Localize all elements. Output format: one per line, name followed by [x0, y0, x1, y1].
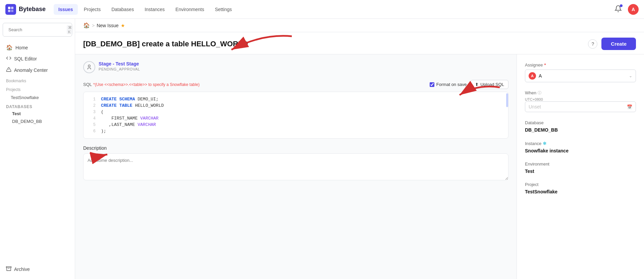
search-box[interactable]: ⌘ K	[3, 23, 72, 37]
nav-item-databases[interactable]: Databases	[107, 4, 139, 15]
nav-item-settings[interactable]: Settings	[210, 4, 237, 15]
project-label: Project	[525, 182, 636, 187]
upload-icon: ⬆	[475, 82, 479, 87]
archive-icon	[6, 266, 11, 273]
instance-field: Instance ❄ Snowflake instance	[525, 141, 636, 153]
format-on-save-text: Format on save	[436, 82, 467, 87]
home-icon: 🏠	[6, 44, 13, 51]
stage-name[interactable]: Stage - Test Stage	[99, 61, 140, 66]
sql-section: SQL *(Use <<schema>>.<<table>> to specif…	[83, 80, 508, 139]
when-label: When ⓘ	[525, 90, 636, 95]
nav-items: Issues Projects Databases Instances Envi…	[54, 4, 612, 15]
database-value: DB_DEMO_BB	[525, 127, 636, 133]
stage-status: PENDING_APPROVAL	[99, 67, 140, 71]
project-value: TestSnowflake	[525, 189, 636, 194]
sql-header: SQL *(Use <<schema>>.<<table>> to specif…	[83, 80, 508, 89]
calendar-icon: 📅	[627, 104, 632, 109]
code-line-4: 4 FIRST_NAME VARCHAR	[84, 115, 508, 122]
snowflake-icon: ❄	[543, 141, 547, 146]
search-shortcut: ⌘ K	[67, 25, 73, 34]
description-input[interactable]	[83, 153, 508, 180]
nav-item-issues[interactable]: Issues	[54, 4, 78, 15]
format-on-save-label[interactable]: Format on save	[430, 82, 467, 87]
svg-rect-8	[6, 267, 11, 268]
description-label: Description	[83, 145, 508, 151]
sidebar-project-testsnowflake[interactable]: TestSnowflake	[3, 93, 72, 102]
assignee-select[interactable]: A A ⌄	[525, 69, 636, 82]
page-header: [DB_DEMO_BB] create a table HELLO_WORLD …	[75, 32, 644, 54]
svg-point-10	[88, 65, 90, 67]
notification-bell[interactable]	[612, 3, 624, 15]
project-field: Project TestSnowflake	[525, 182, 636, 194]
help-button[interactable]: ?	[588, 39, 597, 49]
issue-main: Stage - Test Stage PENDING_APPROVAL SQL …	[75, 54, 517, 279]
sql-label: SQL	[83, 82, 92, 87]
stage-avatar	[83, 61, 95, 73]
database-field: Database DB_DEMO_BB	[525, 120, 636, 133]
sidebar-item-sql-editor[interactable]: SQL Editor	[3, 53, 72, 64]
scrollbar[interactable]	[506, 92, 508, 138]
when-help-icon[interactable]: ⓘ	[538, 90, 541, 95]
assignee-name: A	[539, 73, 626, 79]
when-input[interactable]: Unset 📅	[525, 101, 636, 112]
code-line-5: 5 ,LAST_NAME VARCHAR	[84, 122, 508, 128]
assignee-avatar: A	[529, 72, 536, 80]
breadcrumb-current: New Issue	[97, 23, 118, 28]
nav-item-environments[interactable]: Environments	[171, 4, 209, 15]
environment-label: Environment	[525, 161, 636, 167]
code-line-1: 1 CREATE SCHEMA DEMO_UI;	[84, 96, 508, 102]
sidebar-item-archive[interactable]: Archive	[3, 264, 72, 275]
sql-hint: *(Use <<schema>>.<<table>> to specify a …	[93, 82, 200, 87]
sql-editor[interactable]: 1 CREATE SCHEMA DEMO_UI; 2 CREATE TABLE …	[83, 92, 508, 139]
assignee-field: Assignee * A A ⌄	[525, 62, 636, 82]
nav-right: A	[612, 3, 639, 15]
when-timezone: UTC+0800	[525, 97, 636, 101]
anomaly-icon	[6, 67, 11, 74]
sidebar-item-anomaly-center[interactable]: Anomaly Center	[3, 64, 72, 76]
environment-field: Environment Test	[525, 161, 636, 174]
svg-rect-3	[11, 10, 13, 12]
search-input[interactable]	[8, 27, 65, 32]
code-line-3: 3 (	[84, 109, 508, 115]
chevron-down-icon: ⌄	[629, 74, 632, 78]
breadcrumb-star[interactable]: ★	[121, 23, 125, 28]
issue-right-sidebar: Assignee * A A ⌄ When ⓘ UTC+0800	[517, 54, 644, 279]
logo-text: Bytebase	[19, 6, 46, 13]
svg-rect-2	[8, 10, 10, 12]
logo[interactable]: Bytebase	[5, 4, 46, 15]
breadcrumb-home[interactable]: 🏠	[83, 22, 90, 29]
sidebar-item-home[interactable]: 🏠 Home	[3, 42, 72, 53]
breadcrumb: 🏠 > New Issue ★	[75, 19, 644, 32]
sidebar: ⌘ K 🏠 Home SQL Editor Anomaly Center Boo…	[0, 19, 75, 279]
stage-info: Stage - Test Stage PENDING_APPROVAL	[83, 61, 508, 73]
content-area: 🏠 > New Issue ★ [DB_DEMO_BB] create a ta…	[75, 19, 644, 279]
when-field: When ⓘ UTC+0800 Unset 📅	[525, 90, 636, 112]
svg-rect-0	[8, 7, 10, 9]
main-layout: ⌘ K 🏠 Home SQL Editor Anomaly Center Boo…	[0, 19, 644, 279]
page-title: [DB_DEMO_BB] create a table HELLO_WORLD	[83, 40, 248, 48]
sql-controls: Format on save ⬆ Upload SQL	[430, 80, 508, 89]
sql-editor-icon	[6, 55, 11, 62]
when-unset: Unset	[529, 104, 624, 109]
user-avatar[interactable]: A	[628, 4, 639, 15]
instance-value: Snowflake instance	[525, 148, 636, 153]
databases-section-label: Databases	[3, 102, 72, 110]
nav-item-instances[interactable]: Instances	[140, 4, 169, 15]
sidebar-db-item-db-demo-bb[interactable]: DB_DEMO_BB	[3, 118, 72, 125]
sidebar-db-group-test[interactable]: Test	[3, 110, 72, 118]
logo-icon	[5, 4, 16, 15]
assignee-label: Assignee *	[525, 62, 636, 67]
issue-body: Stage - Test Stage PENDING_APPROVAL SQL …	[75, 54, 644, 279]
top-navigation: Bytebase Issues Projects Databases Insta…	[0, 0, 644, 19]
database-label: Database	[525, 120, 636, 125]
svg-rect-1	[11, 7, 13, 9]
create-button[interactable]: Create	[601, 38, 636, 50]
breadcrumb-separator: >	[92, 23, 95, 28]
stage-details: Stage - Test Stage PENDING_APPROVAL	[99, 61, 140, 71]
nav-item-projects[interactable]: Projects	[79, 4, 106, 15]
format-on-save-checkbox[interactable]	[430, 82, 434, 87]
bookmarks-label: Bookmarks	[3, 76, 72, 85]
projects-section-label: Projects	[3, 85, 72, 93]
code-line-6: 6 );	[84, 128, 508, 134]
upload-sql-button[interactable]: ⬆ Upload SQL	[471, 80, 508, 89]
